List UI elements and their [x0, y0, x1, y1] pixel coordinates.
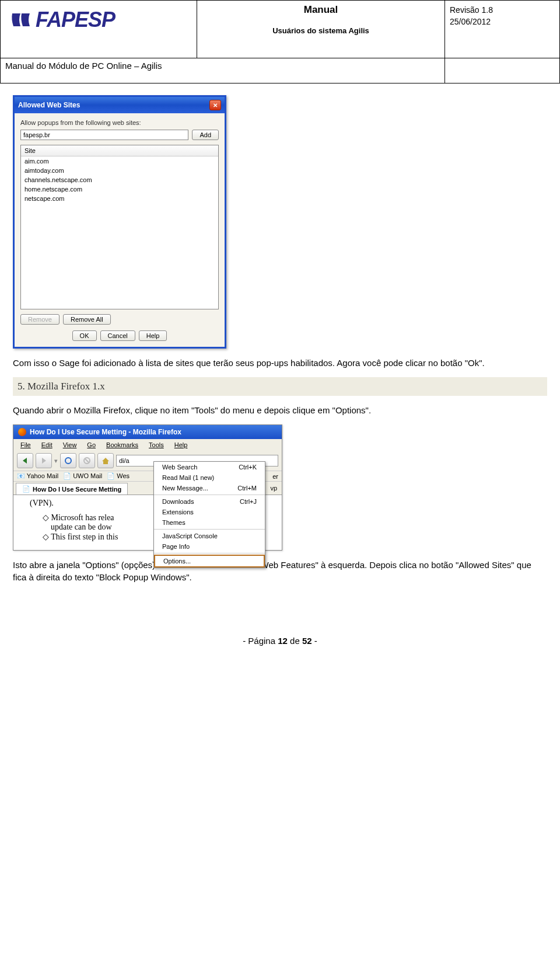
- doc-title: Manual do Módulo de PC Online – Agilis: [1, 58, 445, 83]
- menu-tools[interactable]: Tools: [144, 440, 169, 450]
- svg-line-2: [85, 459, 89, 462]
- remove-all-button[interactable]: Remove All: [63, 314, 111, 325]
- page-footer: - Página 12 de 52 -: [13, 636, 547, 657]
- list-item[interactable]: channels.netscape.com: [21, 175, 218, 184]
- bookmark-item[interactable]: 📧 Yahoo Mail: [17, 472, 58, 480]
- header-table: FAPESP Manual Usuários do sistema Agilis…: [0, 0, 560, 83]
- menu-file[interactable]: File: [16, 440, 36, 450]
- bookmark-item[interactable]: 📄 UWO Mail: [63, 472, 102, 480]
- home-icon: [102, 457, 110, 465]
- reload-icon: [64, 457, 72, 465]
- header-title: Manual: [202, 4, 440, 16]
- firefox-icon: [18, 428, 26, 436]
- ok-button[interactable]: OK: [72, 330, 97, 341]
- fapesp-logo: FAPESP: [5, 3, 192, 37]
- dialog-titlebar: Allowed Web Sites ✕: [15, 97, 225, 113]
- stop-icon: [83, 457, 91, 465]
- dropdown-downloads[interactable]: DownloadsCtrl+J: [154, 496, 265, 507]
- list-item[interactable]: aim.com: [21, 156, 218, 166]
- dropdown-js-console[interactable]: JavaScript Console: [154, 531, 265, 541]
- list-item[interactable]: home.netscape.com: [21, 184, 218, 194]
- remove-button[interactable]: Remove: [20, 314, 60, 325]
- tab-active[interactable]: 📄 How Do I Use Secure Metting: [16, 483, 128, 495]
- firefox-titlebar: How Do I Use Secure Metting - Mozilla Fi…: [13, 425, 282, 439]
- menu-bookmarks[interactable]: Bookmarks: [102, 440, 143, 450]
- list-item[interactable]: aimtoday.com: [21, 166, 218, 175]
- cancel-button[interactable]: Cancel: [100, 330, 135, 341]
- paragraph-2: Quando abrir o Mozilla Firefox, clique n…: [13, 404, 547, 416]
- forward-button[interactable]: [36, 453, 52, 468]
- list-item[interactable]: netscape.com: [21, 194, 218, 203]
- section-5-title: 5. Mozilla Firefox 1.x: [13, 377, 547, 396]
- tab-trail: vp: [268, 483, 279, 495]
- home-button[interactable]: [97, 453, 114, 468]
- paragraph-1: Com isso o Sage foi adicionado à lista d…: [13, 357, 547, 369]
- logo-text: FAPESP: [36, 8, 115, 32]
- revision-text: Revisão 1.8: [450, 5, 555, 15]
- add-button[interactable]: Add: [192, 130, 219, 140]
- firefox-title: How Do I Use Secure Metting - Mozilla Fi…: [30, 428, 181, 436]
- close-icon[interactable]: ✕: [209, 100, 221, 110]
- svg-point-0: [65, 458, 71, 464]
- dropdown-read-mail[interactable]: Read Mail (1 new): [154, 472, 265, 483]
- dropdown-options[interactable]: Options...: [154, 555, 265, 567]
- site-input[interactable]: [20, 130, 188, 140]
- dropdown-new-message[interactable]: New Message...Ctrl+M: [154, 483, 265, 493]
- date-text: 25/06/2012: [450, 17, 555, 26]
- logo-icon: [10, 11, 32, 29]
- allowed-sites-dialog: Allowed Web Sites ✕ Allow popups from th…: [13, 95, 226, 349]
- forward-icon: [40, 457, 48, 464]
- list-header: Site: [21, 145, 218, 156]
- menu-help[interactable]: Help: [170, 440, 192, 450]
- firefox-menubar: File Edit View Go Bookmarks Tools Help: [13, 439, 282, 451]
- dialog-title: Allowed Web Sites: [18, 101, 80, 109]
- dropdown-extensions[interactable]: Extensions: [154, 507, 265, 517]
- dialog-label: Allow popups from the following web site…: [20, 119, 219, 126]
- site-list[interactable]: Site aim.com aimtoday.com channels.netsc…: [20, 145, 219, 309]
- bookmark-item[interactable]: 📄 Wes: [107, 472, 130, 480]
- back-button[interactable]: [17, 453, 33, 468]
- dropdown-themes[interactable]: Themes: [154, 517, 265, 528]
- bookmark-trail: er: [272, 473, 278, 480]
- dropdown-page-info[interactable]: Page Info: [154, 541, 265, 552]
- dropdown-web-search[interactable]: Web SearchCtrl+K: [154, 462, 265, 472]
- back-icon: [21, 457, 29, 464]
- reload-button[interactable]: [60, 453, 76, 468]
- menu-view[interactable]: View: [58, 440, 82, 450]
- firefox-window: How Do I Use Secure Metting - Mozilla Fi…: [13, 424, 282, 551]
- paragraph-3: Isto abre a janela "Options" (opções). N…: [13, 559, 547, 583]
- header-subtitle: Usuários do sistema Agilis: [202, 26, 440, 35]
- stop-button[interactable]: [79, 453, 95, 468]
- tools-dropdown: Web SearchCtrl+K Read Mail (1 new) New M…: [153, 461, 265, 568]
- help-button[interactable]: Help: [139, 330, 167, 341]
- menu-go[interactable]: Go: [82, 440, 100, 450]
- menu-edit[interactable]: Edit: [37, 440, 57, 450]
